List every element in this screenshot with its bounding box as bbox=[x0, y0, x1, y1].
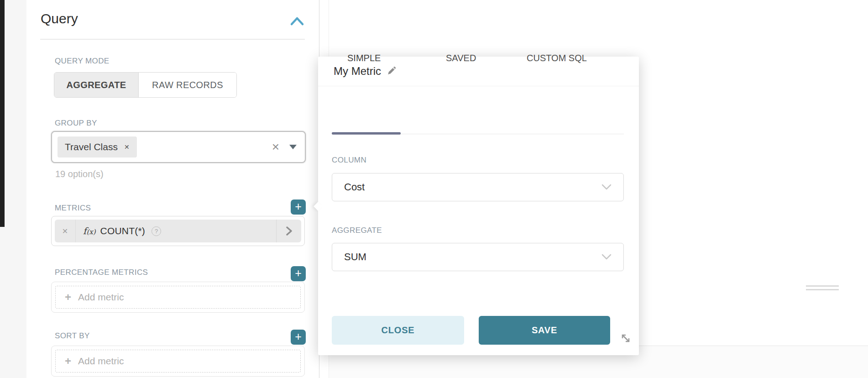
percentage-metrics-add-box[interactable]: + Add metric bbox=[51, 282, 305, 313]
add-sort-metric-plus-button[interactable]: + bbox=[291, 330, 306, 345]
column-select-value: Cost bbox=[344, 181, 365, 193]
metric-item[interactable]: ✕ f(x) COUNT(*) ? bbox=[51, 216, 305, 246]
save-button[interactable]: SAVE bbox=[479, 316, 610, 345]
add-metric-placeholder: Add metric bbox=[78, 356, 124, 367]
query-section-title: Query bbox=[41, 11, 78, 26]
plus-icon: + bbox=[65, 292, 71, 303]
metric-expand-chevron-icon[interactable] bbox=[276, 220, 301, 242]
sort-by-label: SORT BY bbox=[55, 331, 90, 341]
tab-simple[interactable]: SIMPLE bbox=[347, 53, 381, 63]
select-chevron-icon bbox=[601, 251, 612, 263]
drag-handle-line bbox=[806, 289, 839, 290]
group-by-select[interactable]: Travel Class ✕ × bbox=[51, 131, 306, 163]
metric-remove-icon[interactable]: ✕ bbox=[55, 220, 76, 242]
popover-resize-icon[interactable] bbox=[619, 331, 633, 345]
dropdown-caret-icon[interactable] bbox=[289, 145, 297, 149]
group-by-tag-label: Travel Class bbox=[65, 142, 118, 152]
scrollbar-thumb[interactable] bbox=[0, 0, 5, 227]
metric-editor-popover: My Metric bbox=[318, 57, 639, 355]
help-icon[interactable]: ? bbox=[152, 226, 161, 236]
tab-custom-sql[interactable]: CUSTOM SQL bbox=[527, 53, 587, 63]
tab-saved[interactable]: SAVED bbox=[446, 53, 476, 63]
close-button[interactable]: CLOSE bbox=[332, 316, 464, 345]
sort-by-add-box[interactable]: + Add metric bbox=[51, 346, 305, 377]
aggregate-label: AGGREGATE bbox=[332, 226, 382, 235]
group-by-tag: Travel Class ✕ bbox=[58, 136, 137, 158]
column-label: COLUMN bbox=[332, 156, 366, 165]
add-percentage-metric-plus-button[interactable]: + bbox=[291, 266, 306, 281]
add-metric-plus-button[interactable]: + bbox=[291, 200, 306, 215]
metric-item-inner: ✕ f(x) COUNT(*) ? bbox=[55, 220, 301, 242]
tag-remove-icon[interactable]: ✕ bbox=[124, 143, 130, 151]
column-select[interactable]: Cost bbox=[332, 173, 624, 201]
group-by-label: GROUP BY bbox=[55, 119, 97, 128]
query-mode-raw-records-button[interactable]: RAW RECORDS bbox=[139, 73, 236, 97]
aggregate-select[interactable]: SUM bbox=[332, 243, 624, 271]
add-metric-placeholder: Add metric bbox=[78, 292, 124, 303]
select-chevron-icon bbox=[601, 181, 612, 193]
percentage-metrics-label: PERCENTAGE METRICS bbox=[55, 268, 148, 277]
query-mode-label: QUERY MODE bbox=[55, 57, 110, 66]
collapse-chevron-icon[interactable] bbox=[290, 16, 304, 26]
section-divider bbox=[40, 39, 305, 40]
tab-baseline bbox=[332, 134, 624, 134]
plus-icon: + bbox=[65, 356, 71, 367]
function-icon: f(x) bbox=[83, 226, 96, 236]
clear-all-icon[interactable]: × bbox=[272, 141, 279, 153]
query-mode-toggle: AGGREGATE RAW RECORDS bbox=[54, 72, 237, 98]
options-count-hint: 19 option(s) bbox=[55, 169, 104, 179]
metrics-label: METRICS bbox=[55, 204, 91, 213]
edit-pencil-icon[interactable] bbox=[387, 66, 397, 77]
query-mode-aggregate-button[interactable]: AGGREGATE bbox=[54, 73, 139, 97]
drag-handle-line bbox=[806, 285, 839, 287]
popover-title: My Metric bbox=[334, 65, 381, 78]
metric-name: COUNT(*) bbox=[100, 226, 145, 236]
add-metric-dropzone: + Add metric bbox=[55, 350, 301, 373]
add-metric-dropzone: + Add metric bbox=[55, 286, 301, 309]
panel-resize-handle[interactable] bbox=[806, 285, 839, 293]
aggregate-select-value: SUM bbox=[344, 251, 366, 263]
